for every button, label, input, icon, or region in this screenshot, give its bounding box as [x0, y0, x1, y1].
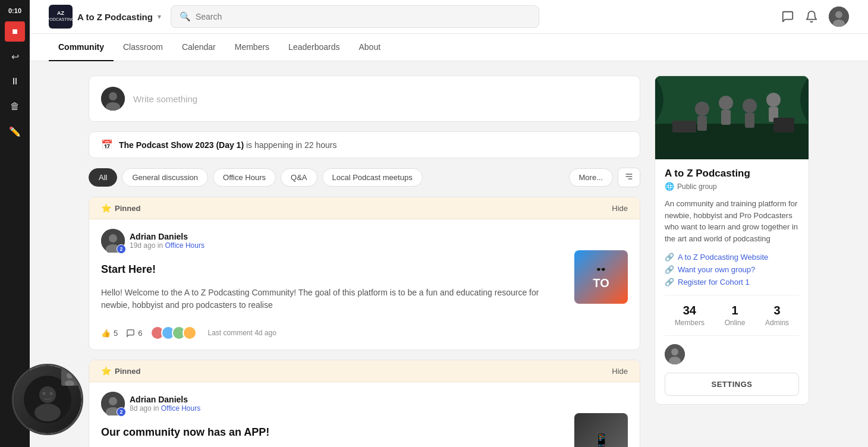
filter-qanda[interactable]: Q&A — [281, 168, 317, 187]
filter-bar: All General discussion Office Hours Q&A … — [89, 168, 640, 187]
public-label: Public group — [677, 182, 717, 191]
chat-button[interactable] — [781, 10, 794, 23]
group-name: A to Z Podcasting — [665, 168, 799, 180]
link-register-cohort[interactable]: 🔗 Register for Cohort 1 — [665, 278, 799, 287]
filter-general-discussion[interactable]: General discussion — [122, 168, 208, 187]
svg-point-10 — [109, 234, 117, 243]
search-input[interactable] — [196, 12, 530, 21]
svg-point-4 — [109, 92, 117, 100]
search-bar[interactable]: 🔍 — [171, 5, 539, 28]
post-title-2: Our community now has an APP! — [101, 426, 566, 439]
pin-icon-2: ⭐ — [101, 366, 111, 376]
post-author-name-1: Adrian Daniels — [130, 232, 205, 241]
link-own-group[interactable]: 🔗 Want your own group? — [665, 265, 799, 274]
stat-members-value: 34 — [675, 304, 705, 317]
post-category-2[interactable]: Office Hours — [161, 404, 200, 413]
pinned-header-1: ⭐ Pinned Hide — [89, 197, 640, 219]
timer-display: 0:10 — [8, 7, 21, 14]
event-description: is happening in 22 hours — [246, 140, 337, 150]
feed-column: Write something 📅 The Podcast Show 2023 … — [89, 75, 640, 447]
svg-point-28 — [671, 348, 678, 355]
admin-avatar-1 — [665, 344, 685, 364]
filter-office-hours[interactable]: Office Hours — [213, 168, 276, 187]
pause-button[interactable]: ⏸ — [5, 71, 25, 92]
post-title-1: Start Here! — [101, 263, 566, 276]
event-title: The Podcast Show 2023 (Day 1) — [119, 140, 244, 150]
level-badge-1: 2 — [117, 244, 126, 254]
link-website[interactable]: 🔗 A to Z Podcasting Website — [665, 253, 799, 262]
stat-online-label: Online — [725, 319, 746, 327]
search-icon: 🔍 — [180, 11, 191, 22]
post-image-1: 🕶️ TO — [574, 250, 628, 304]
stat-members-label: Members — [675, 319, 705, 327]
hide-button-1[interactable]: Hide — [612, 204, 628, 213]
pinned-header-2: ⭐ Pinned Hide — [89, 360, 640, 382]
write-post-box[interactable]: Write something — [89, 75, 640, 122]
tab-classroom[interactable]: Classroom — [114, 34, 172, 61]
notifications-button[interactable] — [805, 10, 818, 23]
pinned-text-2: Pinned — [115, 367, 140, 376]
write-avatar — [101, 87, 125, 111]
post-author-avatar-2: 2 — [101, 392, 125, 415]
post-image-inner-2: 📱 — [574, 413, 628, 447]
post-time-1: 19d ago in Office Hours — [130, 241, 205, 250]
link-icon-3: 🔗 — [665, 278, 674, 287]
group-cover-image — [655, 76, 809, 159]
comment-button-1[interactable]: 6 — [126, 329, 142, 338]
svg-point-23 — [766, 93, 781, 107]
post-card-1: ⭐ Pinned Hide — [89, 197, 640, 350]
tab-calendar[interactable]: Calendar — [172, 34, 225, 61]
user-avatar[interactable] — [829, 7, 849, 27]
public-badge: 🌐 Public group — [665, 182, 799, 191]
link-icon-2: 🔗 — [665, 265, 674, 274]
hide-button-2[interactable]: Hide — [612, 367, 628, 376]
top-bar: AZPODCASTING A to Z Podcasting ▾ 🔍 — [30, 0, 868, 34]
svg-rect-22 — [745, 113, 754, 128]
write-placeholder[interactable]: Write something — [133, 94, 197, 104]
brand-name: A to Z Podcasting — [77, 12, 153, 22]
svg-point-34 — [50, 392, 53, 395]
stop-button[interactable]: ■ — [5, 21, 25, 42]
like-count-1: 5 — [114, 329, 118, 338]
tab-leaderboards[interactable]: Leaderboards — [279, 34, 349, 61]
post-image-text-2: 📱 — [593, 432, 609, 447]
delete-button[interactable]: 🗑 — [5, 96, 25, 117]
filter-local-meetups[interactable]: Local Podcast meetups — [322, 168, 423, 187]
svg-point-13 — [109, 397, 117, 405]
tab-community[interactable]: Community — [49, 34, 114, 61]
brand[interactable]: AZPODCASTING A to Z Podcasting ▾ — [49, 5, 161, 29]
tab-members[interactable]: Members — [225, 34, 279, 61]
stat-members: 34 Members — [675, 304, 705, 327]
svg-rect-26 — [773, 118, 794, 133]
pinned-label-2: ⭐ Pinned — [101, 366, 140, 376]
svg-point-1 — [835, 11, 842, 18]
post-text-1: Hello! Welcome to the A to Z Podcasting … — [101, 287, 566, 311]
svg-rect-20 — [721, 110, 731, 125]
commenter-avatars-1 — [150, 326, 197, 340]
brand-chevron-icon[interactable]: ▾ — [158, 12, 161, 21]
filter-more-button[interactable]: More... — [569, 168, 613, 187]
link-icon-1: 🔗 — [665, 253, 674, 262]
pin-icon-1: ⭐ — [101, 203, 111, 213]
group-stats: 34 Members 1 Online 3 Admins — [665, 295, 799, 336]
stat-online: 1 Online — [725, 304, 746, 327]
sidebar-column: A to Z Podcasting 🌐 Public group An comm… — [655, 75, 809, 414]
post-category-1[interactable]: Office Hours — [165, 241, 204, 250]
edit-button[interactable]: ✏️ — [5, 121, 25, 141]
post-body-2: 2 Adrian Daniels 8d ago in Office Hours — [89, 382, 640, 447]
tab-about[interactable]: About — [350, 34, 391, 61]
stat-admins-value: 3 — [765, 304, 789, 317]
main-layout: Write something 📅 The Podcast Show 2023 … — [74, 75, 823, 447]
undo-button[interactable]: ↩ — [5, 46, 25, 67]
svg-point-31 — [39, 386, 56, 403]
filter-all[interactable]: All — [89, 168, 117, 187]
like-button-1[interactable]: 👍 5 — [101, 329, 118, 338]
post-meta-2: 2 Adrian Daniels 8d ago in Office Hours — [101, 392, 566, 415]
stat-online-value: 1 — [725, 304, 746, 317]
post-author-name-2: Adrian Daniels — [130, 395, 200, 404]
post-image-inner-1: 🕶️ TO — [574, 250, 628, 304]
post-actions-1: 👍 5 6 — [101, 326, 566, 340]
settings-button[interactable]: SETTINGS — [665, 373, 799, 396]
post-author-avatar-1: 2 — [101, 229, 125, 253]
filter-settings-button[interactable] — [618, 168, 640, 187]
